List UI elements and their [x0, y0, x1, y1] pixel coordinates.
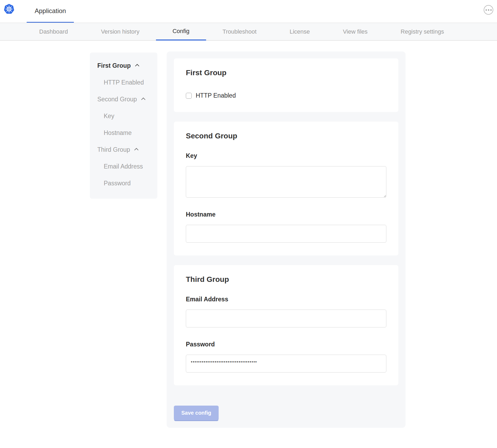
config-group-second: Second Group Key Hostname	[174, 122, 398, 255]
hostname-input[interactable]	[186, 225, 386, 243]
sidebar-item-label: Third Group	[97, 146, 130, 153]
config-group-third: Third Group Email Address Password	[174, 265, 398, 385]
secondary-nav: Dashboard Version history Config Trouble…	[0, 23, 497, 41]
email-address-input[interactable]	[186, 310, 386, 327]
tab-view-files[interactable]: View files	[326, 23, 384, 40]
app-tab-label: Application	[35, 7, 66, 15]
ellipsis-menu-button[interactable]	[484, 5, 493, 15]
key-label: Key	[186, 152, 386, 159]
content-area: First Group HTTP Enabled Second Group Ke…	[0, 41, 497, 428]
config-group-first: First Group HTTP Enabled	[174, 58, 398, 112]
sidebar-item-first-group[interactable]: First Group	[97, 62, 155, 69]
tab-application[interactable]: Application	[27, 0, 74, 23]
topbar: Application	[0, 0, 497, 23]
sidebar-item-email-address[interactable]: Email Address	[97, 163, 155, 170]
http-enabled-field: HTTP Enabled	[186, 92, 386, 99]
sidebar-item-http-enabled[interactable]: HTTP Enabled	[97, 79, 155, 86]
sidebar-item-second-group[interactable]: Second Group	[97, 96, 155, 103]
http-enabled-checkbox[interactable]	[186, 93, 192, 99]
sidebar-item-third-group[interactable]: Third Group	[97, 146, 155, 153]
ellipsis-dot	[490, 9, 492, 11]
chevron-up-icon	[134, 148, 139, 152]
hostname-label: Hostname	[186, 211, 386, 218]
tab-registry-settings[interactable]: Registry settings	[384, 23, 461, 40]
tab-version-history[interactable]: Version history	[85, 23, 156, 40]
group-title: Second Group	[186, 132, 386, 140]
password-input[interactable]	[186, 355, 386, 373]
config-panel: First Group HTTP Enabled Second Group Ke…	[167, 51, 406, 428]
tab-config[interactable]: Config	[156, 23, 206, 41]
tab-dashboard[interactable]: Dashboard	[23, 23, 85, 40]
chevron-up-icon	[141, 98, 145, 102]
kubernetes-logo-icon	[4, 4, 14, 14]
tab-license[interactable]: License	[273, 23, 326, 40]
group-title: Third Group	[186, 275, 386, 284]
key-textarea[interactable]	[186, 166, 386, 198]
chevron-up-icon	[135, 64, 139, 68]
email-address-label: Email Address	[186, 296, 386, 303]
sidebar-item-key[interactable]: Key	[97, 113, 155, 120]
config-sidebar: First Group HTTP Enabled Second Group Ke…	[90, 53, 157, 199]
sidebar-item-hostname[interactable]: Hostname	[97, 129, 155, 137]
sidebar-item-password[interactable]: Password	[97, 180, 155, 187]
save-config-button[interactable]: Save config	[174, 406, 219, 420]
ellipsis-dot	[488, 9, 489, 11]
ellipsis-dot	[486, 9, 487, 11]
password-label: Password	[186, 341, 386, 348]
group-title: First Group	[186, 69, 386, 77]
sidebar-item-label: Second Group	[97, 96, 137, 103]
sidebar-item-label: First Group	[97, 62, 131, 69]
tab-troubleshoot[interactable]: Troubleshoot	[206, 23, 273, 40]
http-enabled-label[interactable]: HTTP Enabled	[196, 92, 236, 99]
